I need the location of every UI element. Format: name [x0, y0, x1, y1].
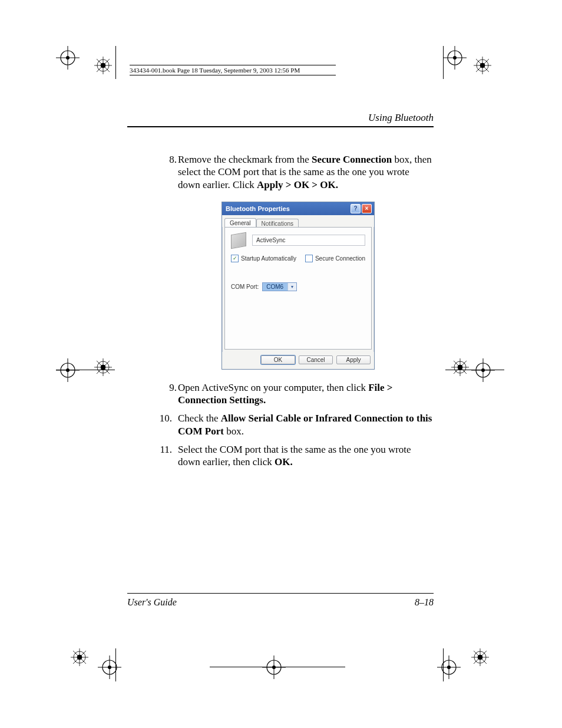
svg-point-33 [481, 368, 485, 372]
step-number: 8. [160, 153, 177, 166]
checkbox-checked-icon: ✓ [231, 255, 239, 262]
checkbox-label: Secure Connection [315, 255, 365, 262]
crop-mark-br [437, 655, 461, 679]
crop-mark-tr [443, 46, 467, 70]
crop-line [210, 667, 345, 667]
dialog-titlebar: Bluetooth Properties ? × [222, 202, 374, 215]
step-number: 9. [160, 381, 177, 394]
svg-point-23 [66, 368, 70, 372]
close-icon[interactable]: × [362, 204, 372, 213]
step-10: 10. Check the Allow Serial Cable or Infr… [163, 412, 434, 437]
step-bold: Apply > OK > OK. [257, 179, 338, 190]
startup-automatically-checkbox[interactable]: ✓ Startup Automatically [231, 255, 296, 262]
starburst-icon [474, 57, 491, 74]
crop-mark-bl [98, 655, 121, 679]
crop-line [115, 648, 116, 681]
step-text: Check the [178, 413, 221, 424]
step-text: Select the COM port that is the same as … [178, 444, 411, 467]
bluetooth-properties-dialog: Bluetooth Properties ? × General Notific… [222, 202, 375, 370]
chevron-down-icon: ▾ [287, 283, 296, 291]
starburst-icon [94, 57, 112, 74]
svg-point-53 [272, 666, 276, 669]
comport-value: COM6 [263, 283, 287, 291]
page-content: Using Bluetooth 8. Remove the checkmark … [127, 112, 434, 474]
step-bold: Secure Connection [312, 154, 392, 165]
step-text: Remove the checkmark from the [178, 154, 312, 165]
svg-point-49 [108, 666, 111, 669]
step-number: 10. [156, 412, 172, 424]
step-9: 9. Open ActiveSync on your computer, the… [163, 381, 434, 407]
step-11: 11. Select the COM port that is the same… [163, 443, 434, 469]
svg-point-13 [453, 56, 457, 60]
crop-line [443, 46, 444, 79]
step-text: box. [224, 426, 244, 437]
crop-mark-tl [56, 46, 80, 70]
footer-left: User's Guide [127, 597, 177, 608]
page-footer: User's Guide 8–18 [127, 593, 434, 608]
footer-right: 8–18 [415, 597, 434, 608]
starburst-icon [451, 358, 469, 376]
crop-mark-bc [262, 655, 286, 679]
cancel-button[interactable]: Cancel [299, 355, 333, 364]
svg-point-3 [66, 56, 70, 60]
step-bold: OK. [275, 456, 293, 467]
secure-connection-checkbox[interactable]: Secure Connection [305, 255, 365, 262]
starburst-icon [71, 648, 88, 666]
ok-button[interactable]: OK [261, 355, 295, 364]
name-input[interactable]: ActiveSync [252, 235, 365, 246]
step-number: 11. [156, 443, 172, 456]
svg-point-57 [447, 666, 451, 669]
crop-mark-ml [56, 358, 80, 382]
tab-general[interactable]: General [224, 218, 256, 228]
book-generation-header: 343434-001.book Page 18 Tuesday, Septemb… [130, 65, 336, 75]
crop-mark-mr [471, 358, 495, 382]
crop-line [115, 46, 116, 79]
crop-line [443, 648, 444, 681]
apply-button[interactable]: Apply [336, 355, 371, 364]
step-8: 8. Remove the checkmark from the Secure … [163, 153, 434, 191]
checkbox-label: Startup Automatically [241, 255, 296, 262]
comport-select[interactable]: COM6 ▾ [262, 282, 297, 291]
section-header: Using Bluetooth [127, 112, 434, 127]
dialog-title: Bluetooth Properties [226, 205, 290, 212]
checkbox-unchecked-icon [305, 255, 313, 262]
starburst-icon [471, 648, 489, 666]
starburst-icon [94, 358, 112, 376]
comport-label: COM Port: [231, 284, 259, 290]
step-text: Open ActiveSync on your computer, then c… [178, 382, 368, 393]
device-icon [231, 232, 246, 249]
help-icon[interactable]: ? [351, 204, 361, 213]
